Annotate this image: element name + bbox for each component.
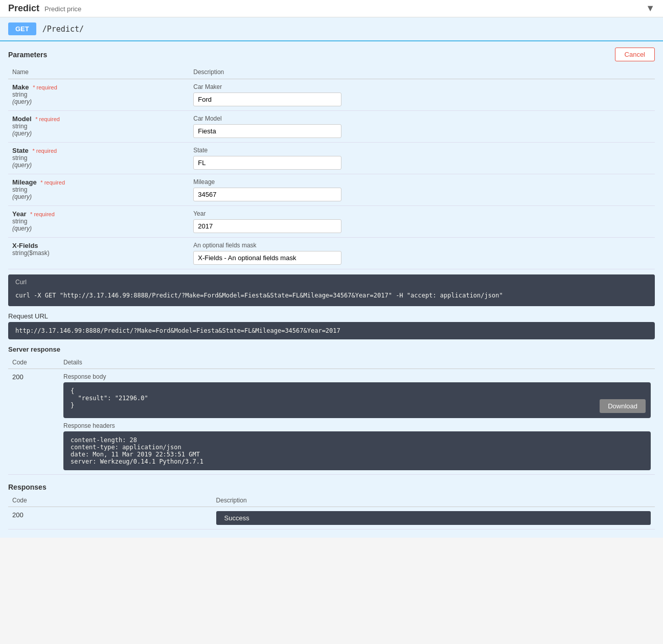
param-name-cell: Mileage * required string (query) xyxy=(8,174,189,206)
param-type: string xyxy=(12,91,185,98)
parameters-header: Parameters Cancel xyxy=(8,41,655,65)
responses-title: Responses xyxy=(8,483,655,491)
parameters-title: Parameters xyxy=(8,51,47,59)
chevron-down-icon[interactable]: ▼ xyxy=(646,3,655,14)
param-name-cell: State * required string (query) xyxy=(8,143,189,174)
param-desc-cell: Car Maker xyxy=(189,79,655,111)
param-name: Make xyxy=(12,83,29,91)
param-location: (query) xyxy=(12,225,185,232)
param-input-x-fields[interactable] xyxy=(193,251,341,265)
param-description: Car Maker xyxy=(193,83,651,90)
params-table: Name Description Make * required string … xyxy=(8,65,655,269)
response-code: 200 xyxy=(8,369,59,475)
responses-row: 200Success xyxy=(8,507,655,530)
param-description: Car Model xyxy=(193,115,651,122)
content-area: Parameters Cancel Name Description Make … xyxy=(0,41,663,538)
param-desc-cell: State xyxy=(189,143,655,174)
param-description: Mileage xyxy=(193,178,651,186)
request-url-section: Request URL http://3.17.146.99:8888/Pred… xyxy=(8,312,655,339)
col-description: Description xyxy=(189,65,655,79)
param-desc-cell: Year xyxy=(189,206,655,238)
param-type: string($mask) xyxy=(12,249,185,257)
server-response-label: Server response xyxy=(8,346,655,353)
param-required: * required xyxy=(40,179,65,186)
param-description: State xyxy=(193,147,651,154)
param-input-year[interactable] xyxy=(193,219,341,233)
param-name: Model xyxy=(12,115,32,123)
param-input-model[interactable] xyxy=(193,124,341,138)
responses-col-code: Code xyxy=(8,494,212,507)
param-desc-cell: Mileage xyxy=(189,174,655,206)
param-description: Year xyxy=(193,210,651,217)
param-row: State * required string (query) State xyxy=(8,143,655,174)
param-row: Model * required string (query) Car Mode… xyxy=(8,111,655,143)
col-name: Name xyxy=(8,65,189,79)
response-col-details: Details xyxy=(59,356,655,369)
curl-section: Curl curl -X GET "http://3.17.146.99:888… xyxy=(8,274,655,306)
responses-code: 200 xyxy=(8,507,212,530)
curl-label: Curl xyxy=(8,274,655,288)
param-input-make[interactable] xyxy=(193,93,341,106)
response-details: Response body { "result": "21296.0" } Do… xyxy=(59,369,655,475)
param-name-cell: Model * required string (query) xyxy=(8,111,189,143)
param-name: Year xyxy=(12,210,26,218)
page-title: Predict xyxy=(8,3,39,14)
request-url-box: http://3.17.146.99:8888/Predict/?Make=Fo… xyxy=(8,322,655,339)
download-button[interactable]: Download xyxy=(600,399,646,413)
endpoint-bar: GET /Predict/ xyxy=(0,17,663,41)
success-badge: Success xyxy=(216,511,651,525)
param-desc-cell: Car Model xyxy=(189,111,655,143)
header-left: Predict Predict price xyxy=(8,3,81,14)
param-name: State xyxy=(12,147,29,154)
param-name: X-Fields xyxy=(12,242,38,249)
param-name-cell: Make * required string (query) xyxy=(8,79,189,111)
response-headers-label: Response headers xyxy=(63,422,651,429)
param-input-state[interactable] xyxy=(193,156,341,170)
param-location: (query) xyxy=(12,98,185,105)
param-input-mileage[interactable] xyxy=(193,188,341,201)
param-required: * required xyxy=(30,211,55,217)
param-type: string xyxy=(12,154,185,162)
responses-table: Code Description 200Success xyxy=(8,494,655,530)
page-header: Predict Predict price ▼ xyxy=(0,0,663,17)
responses-col-desc: Description xyxy=(212,494,655,507)
param-required: * required xyxy=(32,148,57,154)
response-headers-box: content-length: 28 content-type: applica… xyxy=(63,431,651,470)
param-type: string xyxy=(12,186,185,193)
page-subtitle: Predict price xyxy=(44,5,81,13)
param-required: * required xyxy=(35,116,60,122)
param-row: Make * required string (query) Car Maker xyxy=(8,79,655,111)
param-type: string xyxy=(12,123,185,130)
parameters-section: Parameters Cancel Name Description Make … xyxy=(8,41,655,269)
curl-code: curl -X GET "http://3.17.146.99:8888/Pre… xyxy=(8,288,655,306)
param-required: * required xyxy=(33,84,57,90)
param-row: Mileage * required string (query) Mileag… xyxy=(8,174,655,206)
response-col-code: Code xyxy=(8,356,59,369)
response-body-box: { "result": "21296.0" } Download xyxy=(63,382,651,418)
server-response-section: Server response Code Details 200 Respons… xyxy=(8,346,655,475)
param-location: (query) xyxy=(12,130,185,137)
param-location: (query) xyxy=(12,162,185,169)
response-table: Code Details 200 Response body { "result… xyxy=(8,356,655,475)
param-name-cell: X-Fields string($mask) xyxy=(8,238,189,269)
method-badge: GET xyxy=(8,22,36,35)
param-row: Year * required string (query) Year xyxy=(8,206,655,238)
param-description: An optional fields mask xyxy=(193,242,651,249)
param-name: Mileage xyxy=(12,178,37,186)
responses-section: Responses Code Description 200Success xyxy=(8,483,655,530)
request-url-label: Request URL xyxy=(8,312,655,320)
endpoint-path: /Predict/ xyxy=(42,25,84,34)
response-body-text: { "result": "21296.0" } xyxy=(71,387,644,409)
param-type: string xyxy=(12,218,185,225)
response-row: 200 Response body { "result": "21296.0" … xyxy=(8,369,655,475)
param-row: X-Fields string($mask) An optional field… xyxy=(8,238,655,269)
cancel-button[interactable]: Cancel xyxy=(615,48,655,61)
param-name-cell: Year * required string (query) xyxy=(8,206,189,238)
response-body-label: Response body xyxy=(63,373,651,380)
response-headers-text: content-length: 28 content-type: applica… xyxy=(71,436,644,465)
responses-description: Success xyxy=(212,507,655,530)
param-desc-cell: An optional fields mask xyxy=(189,238,655,269)
param-location: (query) xyxy=(12,193,185,200)
